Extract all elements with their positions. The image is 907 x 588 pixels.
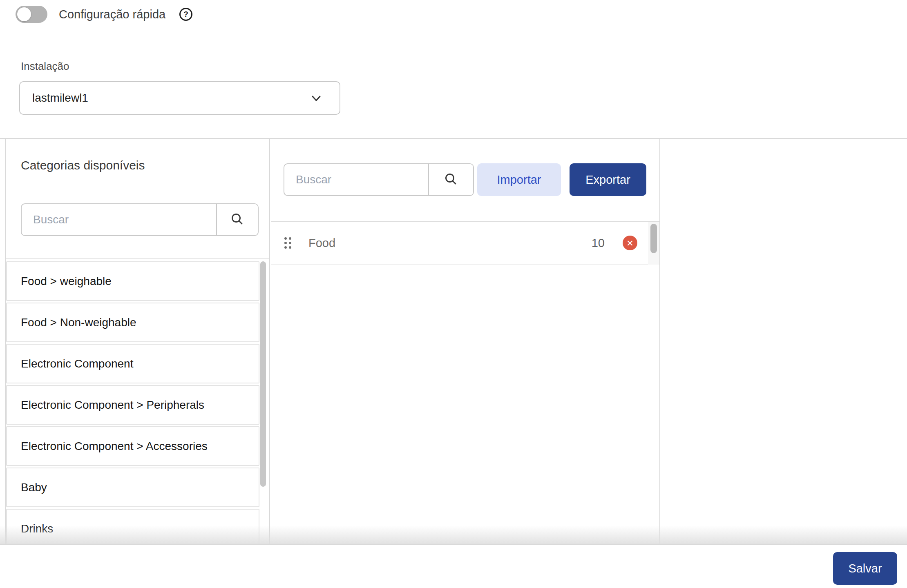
save-button[interactable]: Salvar xyxy=(833,552,897,585)
toggle-knob xyxy=(17,7,31,21)
left-panel-divider xyxy=(6,258,269,259)
x-circle-icon: ✕ xyxy=(626,239,634,247)
search-icon xyxy=(229,212,246,228)
selected-categories-search xyxy=(284,163,474,196)
available-categories-list: Food > weighable Food > Non-weighable El… xyxy=(6,261,259,544)
question-glyph: ? xyxy=(183,10,188,19)
installation-selected-value: lastmilewl1 xyxy=(32,91,88,105)
category-item-label: Food > Non-weighable xyxy=(21,316,136,329)
available-categories-title: Categorias disponíveis xyxy=(21,158,145,172)
category-item-label: Baby xyxy=(21,481,47,494)
category-item[interactable]: Baby xyxy=(6,468,259,507)
category-item[interactable]: Food > weighable xyxy=(6,261,259,301)
available-categories-search xyxy=(21,203,259,236)
category-item[interactable]: Food > Non-weighable xyxy=(6,303,259,342)
main-container: Categorias disponíveis Food > weighable … xyxy=(0,138,907,545)
installation-label: Instalação xyxy=(21,60,69,73)
quick-config-label: Configuração rápida xyxy=(59,8,165,21)
category-item[interactable]: Electronic Component > Peripherals xyxy=(6,385,259,425)
drag-handle-icon[interactable] xyxy=(284,237,291,249)
quick-config-toggle[interactable] xyxy=(16,6,47,23)
category-item[interactable]: Electronic Component > Accessories xyxy=(6,426,259,466)
selected-categories-search-button[interactable] xyxy=(428,164,473,195)
available-categories-search-input[interactable] xyxy=(22,204,216,235)
category-item[interactable]: Electronic Component xyxy=(6,344,259,383)
category-item-label: Food > weighable xyxy=(21,275,112,288)
quick-config-row: Configuração rápida ? xyxy=(16,6,192,23)
available-categories-panel: Categorias disponíveis Food > weighable … xyxy=(5,139,270,544)
category-item-label: Electronic Component > Peripherals xyxy=(21,399,204,412)
selected-category-row[interactable]: Food 10 ✕ xyxy=(271,222,649,265)
export-button[interactable]: Exportar xyxy=(570,163,646,196)
selected-list-scrollbar[interactable] xyxy=(650,224,657,253)
category-item[interactable]: Drinks xyxy=(6,509,259,544)
category-item-label: Drinks xyxy=(21,522,53,535)
installation-select[interactable]: lastmilewl1 xyxy=(19,81,340,115)
selected-list-scrollbar-track xyxy=(648,222,659,265)
remove-category-button[interactable]: ✕ xyxy=(623,236,637,250)
category-configuration-page: { "quick_config": { "label": "Configuraç… xyxy=(0,0,907,588)
selected-categories-panel: Importar Exportar Food 10 ✕ xyxy=(271,139,660,544)
category-item-label: Electronic Component xyxy=(21,357,133,370)
selected-category-count: 10 xyxy=(592,236,605,250)
selected-category-name: Food xyxy=(308,236,335,250)
chevron-down-icon xyxy=(309,94,323,103)
selected-categories-search-input[interactable] xyxy=(284,164,428,195)
category-item-label: Electronic Component > Accessories xyxy=(21,440,208,453)
import-button[interactable]: Importar xyxy=(477,163,561,196)
search-icon xyxy=(443,172,459,188)
left-panel-scrollbar[interactable] xyxy=(260,261,266,487)
available-categories-search-button[interactable] xyxy=(216,204,258,235)
question-mark-icon[interactable]: ? xyxy=(179,8,192,21)
